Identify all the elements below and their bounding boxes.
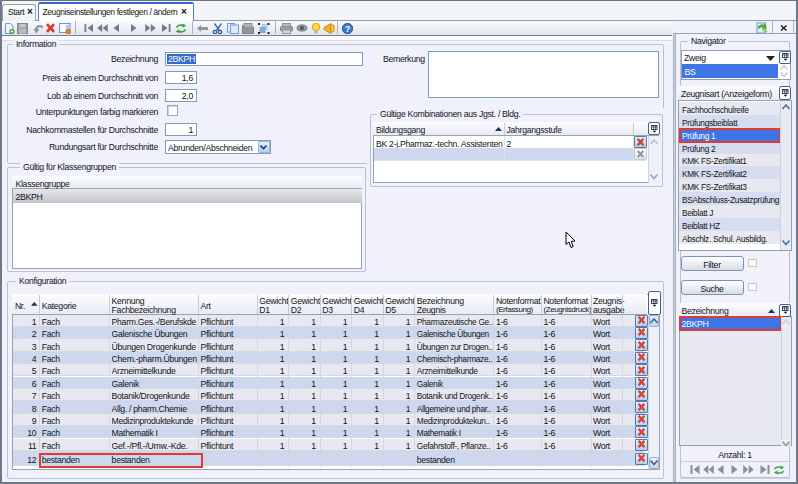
svg-text:?: ? [344, 23, 349, 33]
